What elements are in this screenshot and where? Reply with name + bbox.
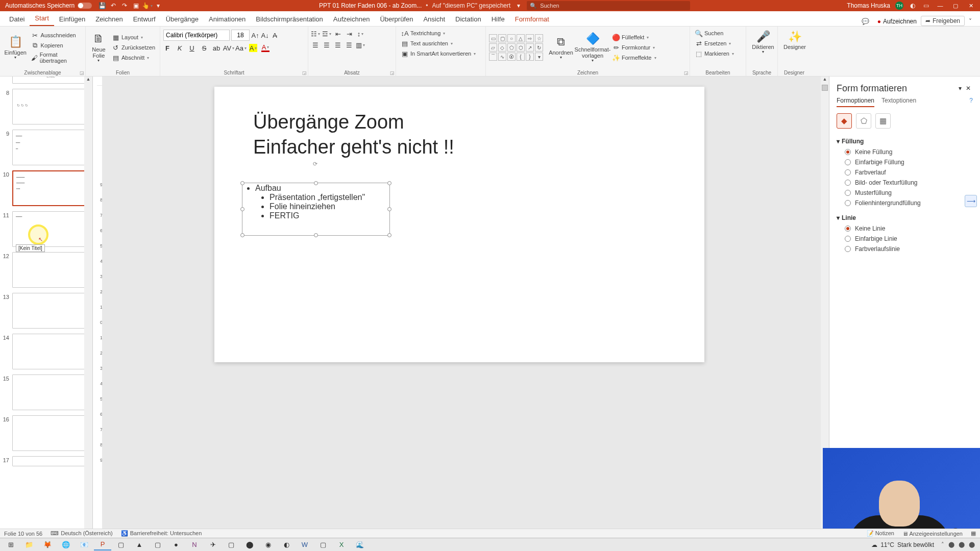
copy-button[interactable]: ⧉Kopieren	[30, 41, 82, 50]
pane-close-icon[interactable]: ✕	[964, 83, 973, 94]
opt-gradient-line[interactable]: Farbverlaufslinie	[837, 244, 973, 254]
layout-button[interactable]: ▦Layout	[110, 33, 157, 42]
numbering-button[interactable]: ☲	[323, 30, 331, 38]
line-section-header[interactable]: ▾Linie	[837, 212, 973, 223]
tray-icon[interactable]: ⬤	[969, 541, 975, 548]
accessibility-status[interactable]: ♿Barrierefreiheit: Untersuchen	[121, 530, 202, 537]
reset-button[interactable]: ↺Zurücksetzen	[110, 43, 157, 52]
slide-thumb-11[interactable]: ━━━ ↖ [Kein Titel]	[12, 211, 89, 247]
size-tab-icon[interactable]: ▦	[875, 113, 891, 129]
slide-title[interactable]: Übergänge Zoom Einfacher geht's nicht !!	[253, 110, 454, 160]
align-left-icon[interactable]: ☰	[311, 41, 320, 49]
slide-thumb-14[interactable]	[12, 334, 89, 369]
fill-section-header[interactable]: ▾Füllung	[837, 136, 973, 147]
user-name[interactable]: Thomas Hruska	[847, 2, 890, 9]
firefox-icon[interactable]: 🦊	[39, 539, 56, 550]
user-avatar[interactable]: TH	[895, 2, 903, 10]
ribbon-display-icon[interactable]: ▭	[922, 2, 930, 10]
file-explorer-icon[interactable]: 📁	[20, 539, 38, 550]
onenote-icon[interactable]: N	[186, 539, 203, 550]
clear-format-icon[interactable]: A̶	[271, 31, 279, 39]
app-icon[interactable]: ▢	[112, 539, 130, 550]
shadow-button[interactable]: ab	[212, 44, 220, 52]
tab-ansicht[interactable]: Ansicht	[418, 13, 450, 26]
dictate-button[interactable]: 🎤Diktieren▾	[749, 28, 777, 57]
opt-no-line[interactable]: Keine Linie	[837, 223, 973, 234]
rotate-handle-icon[interactable]: ⟳	[313, 161, 319, 167]
resize-handle[interactable]	[387, 181, 391, 185]
excel-icon[interactable]: X	[333, 539, 350, 550]
resize-handle[interactable]	[387, 207, 391, 211]
cut-button[interactable]: ✂Ausschneiden	[30, 31, 82, 40]
fill-line-tab-icon[interactable]: ◆	[837, 113, 852, 129]
quick-styles-button[interactable]: 🔷Schnellformat- vorlagen▾	[579, 30, 606, 65]
slide-thumb-7[interactable]: Ende	[12, 77, 89, 84]
title-dropdown-icon[interactable]: ▾	[514, 2, 523, 10]
scroll-up-icon[interactable]: ▲	[84, 77, 92, 82]
start-button[interactable]: ⊞	[2, 539, 19, 550]
opt-pattern-fill[interactable]: Musterfüllung	[837, 188, 973, 198]
coming-soon-icon[interactable]: ◐	[909, 2, 917, 10]
bullets-button[interactable]: ☷	[311, 30, 320, 38]
font-dialog-icon[interactable]: ◲	[302, 70, 307, 76]
system-tray[interactable]: ˄ ⬤ ⬤ ⬤	[938, 541, 978, 548]
columns-button[interactable]: ▥	[356, 41, 364, 49]
justify-icon[interactable]: ☰	[345, 41, 353, 49]
opt-solid-fill[interactable]: Einfarbige Füllung	[837, 157, 973, 167]
tray-chevron-icon[interactable]: ˄	[941, 541, 944, 548]
normal-view-icon[interactable]: ▦	[971, 530, 976, 537]
section-button[interactable]: ▤Abschnitt	[110, 53, 157, 62]
word-icon[interactable]: W	[296, 539, 313, 550]
align-text-button[interactable]: ▤Text ausrichten	[399, 39, 482, 48]
comments-button[interactable]: 💬	[857, 17, 873, 26]
resize-handle[interactable]	[240, 207, 244, 211]
tab-entwurf[interactable]: Entwurf	[128, 13, 161, 26]
font-color-button[interactable]: A	[261, 44, 270, 52]
bold-button[interactable]: F	[163, 44, 172, 52]
scrollbar-thumb[interactable]	[822, 85, 828, 91]
paste-button[interactable]: 📋Einfügen▾	[3, 33, 28, 62]
outlook-icon[interactable]: 📧	[76, 539, 93, 550]
app-icon[interactable]: ▢	[314, 539, 332, 550]
pane-extra-button[interactable]: ⟶	[965, 195, 977, 207]
tab-hilfe[interactable]: Hilfe	[486, 13, 510, 26]
tab-dictation[interactable]: Dictation	[450, 13, 486, 26]
app-icon[interactable]: ▢	[149, 539, 166, 550]
redo-icon[interactable]: ↷	[120, 2, 129, 10]
touch-mode-icon[interactable]: 👆	[143, 2, 151, 10]
tab-zeichnen[interactable]: Zeichnen	[90, 13, 128, 26]
increase-font-icon[interactable]: A↑	[251, 31, 259, 39]
underline-button[interactable]: U	[188, 44, 196, 52]
notes-button[interactable]: 📝 Notizen	[867, 530, 894, 537]
obs-icon[interactable]: ⬤	[241, 539, 258, 550]
slide-canvas[interactable]: Übergänge Zoom Einfacher geht's nicht !!…	[214, 87, 704, 362]
autosave-toggle[interactable]: Automatisches Speichern	[2, 2, 95, 9]
highlight-button[interactable]: A	[249, 44, 257, 52]
drawing-dialog-icon[interactable]: ◲	[684, 70, 689, 76]
language-status[interactable]: ⌨Deutsch (Österreich)	[51, 530, 112, 537]
font-name-input[interactable]	[163, 30, 230, 41]
tab-uebergaenge[interactable]: Übergänge	[161, 13, 204, 26]
tab-bildschirm[interactable]: Bildschirmpräsentation	[251, 13, 328, 26]
close-icon[interactable]: ✕	[966, 3, 976, 9]
resize-handle[interactable]	[240, 233, 244, 237]
help-icon[interactable]: ?	[969, 97, 973, 107]
scroll-up-icon[interactable]: ▲	[821, 77, 829, 82]
tab-start[interactable]: Start	[30, 12, 54, 26]
effects-tab-icon[interactable]: ⬠	[856, 113, 871, 129]
tab-shape-options[interactable]: Formoptionen	[837, 97, 874, 107]
present-from-start-icon[interactable]: ▣	[132, 2, 140, 10]
paragraph-dialog-icon[interactable]: ◲	[390, 70, 395, 76]
convert-smartart-button[interactable]: ▣In SmartArt konvertieren	[399, 49, 482, 58]
char-spacing-button[interactable]: AV	[225, 44, 233, 52]
slide-thumb-10[interactable]: ━━━━━━━━▪▪▪	[12, 170, 89, 206]
tray-icon[interactable]: ⬤	[948, 541, 954, 548]
align-right-icon[interactable]: ☰	[334, 41, 342, 49]
strike-button[interactable]: S	[200, 44, 208, 52]
replace-button[interactable]: ⇄Ersetzen	[693, 39, 743, 48]
resize-handle[interactable]	[387, 233, 391, 237]
slide-edit-area[interactable]: Übergänge Zoom Einfacher geht's nicht !!…	[102, 77, 829, 538]
increase-indent-icon[interactable]: ⇥	[345, 30, 353, 38]
slide-thumb-13[interactable]	[12, 293, 89, 329]
text-direction-button[interactable]: ↕ATextrichtung	[399, 29, 482, 38]
